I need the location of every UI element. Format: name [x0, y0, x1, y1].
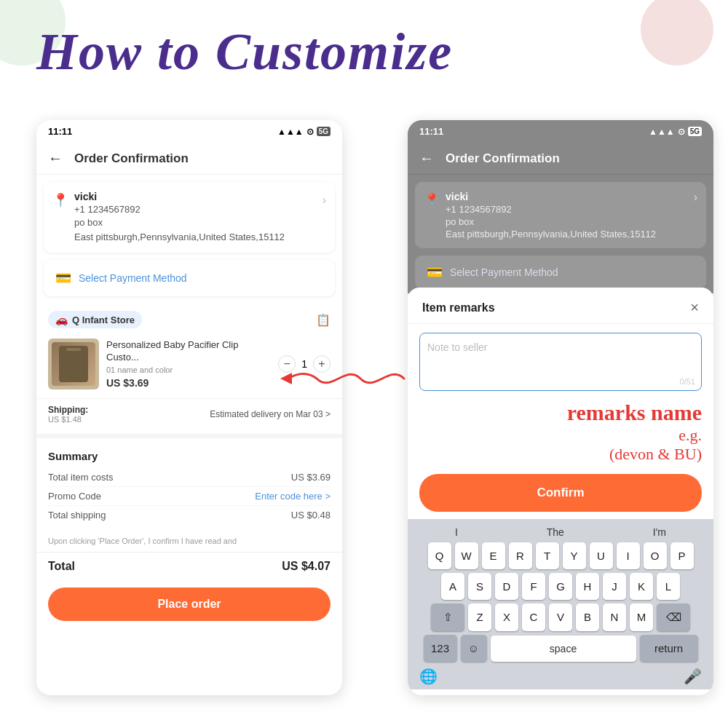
total-shipping-value: US $0.48 [291, 510, 331, 521]
keyboard: I The I'm Q W E R T Y U I O P A S D F [408, 519, 713, 689]
keyboard-row-2: A S D F G H J K L [411, 573, 711, 600]
address-arrow-right[interactable]: › [694, 191, 697, 204]
store-name-left: Q Infant Store [72, 314, 135, 325]
note-icon-left[interactable]: 📋 [316, 313, 331, 327]
key-P[interactable]: P [670, 542, 694, 569]
shipping-label-left: Shipping: [48, 405, 88, 415]
key-L[interactable]: L [657, 573, 680, 600]
key-C[interactable]: C [522, 604, 545, 631]
arrow-annotation [280, 357, 411, 400]
location-icon-right: 📍 [424, 192, 440, 208]
shipping-date-left: Estimated delivery on Mar 03 > [210, 409, 331, 419]
address-arrow-left[interactable]: › [323, 194, 326, 207]
summary-row-promo[interactable]: Promo Code Enter code here > [48, 487, 331, 506]
key-Q[interactable]: Q [428, 542, 451, 569]
svg-marker-0 [280, 373, 292, 384]
payment-text-right: Select Payment Method [450, 266, 558, 278]
globe-icon[interactable]: 🌐 [419, 668, 438, 685]
annotation-line3: (devon & BU) [419, 445, 702, 470]
note-input-area[interactable]: Note to seller 0/51 [419, 333, 702, 391]
key-shift[interactable]: ⇧ [431, 604, 464, 631]
address-line2-right: East pittsburgh,Pennsylvania,United Stat… [446, 229, 694, 240]
payment-icon-left: 💳 [55, 270, 71, 286]
confirm-button[interactable]: Confirm [419, 474, 702, 512]
address-card-right: 📍 vicki +1 1234567892 po box East pittsb… [415, 182, 706, 248]
suggestion-3[interactable]: I'm [653, 526, 666, 538]
back-button-right[interactable]: ← [419, 150, 434, 167]
key-U[interactable]: U [590, 542, 613, 569]
key-I[interactable]: I [617, 542, 640, 569]
suggestion-2[interactable]: The [547, 526, 564, 538]
key-H[interactable]: H [576, 573, 599, 600]
product-image-left [48, 339, 99, 389]
address-content-left: vicki +1 1234567892 po box East pittsbur… [74, 191, 323, 244]
promo-label: Promo Code [48, 491, 101, 502]
summary-title-left: Summary [48, 450, 331, 462]
overlay-title: Item remarks [422, 301, 495, 314]
network-badge: 5G [317, 127, 331, 136]
address-line2-left: East pittsburgh,Pennsylvania,United Stat… [74, 231, 323, 244]
total-shipping-label: Total shipping [48, 510, 106, 521]
key-R[interactable]: R [509, 542, 532, 569]
key-D[interactable]: D [495, 573, 518, 600]
mic-icon[interactable]: 🎤 [684, 668, 702, 685]
key-G[interactable]: G [549, 573, 572, 600]
key-emoji[interactable]: ☺ [461, 635, 487, 662]
key-space[interactable]: space [491, 636, 636, 662]
key-X[interactable]: X [495, 604, 518, 631]
payment-row-right[interactable]: 💳 Select Payment Method [415, 256, 706, 289]
left-phone-screenshot: 11:11 ▲▲▲ ⊙ 5G ← Order Confirmation 📍 vi… [36, 120, 342, 695]
address-content-right: vicki +1 1234567892 po box East pittsbur… [446, 191, 694, 240]
back-button-left[interactable]: ← [48, 150, 63, 167]
signal-icon: ▲▲▲ [277, 127, 304, 137]
key-F[interactable]: F [522, 573, 545, 600]
summary-row-items: Total item costs US $3.69 [48, 468, 331, 487]
wifi-icon-right: ⊙ [678, 127, 685, 137]
product-details-left: Personalized Baby Pacifier Clip Custo...… [106, 339, 271, 389]
place-order-button[interactable]: Place order [48, 587, 331, 621]
key-B[interactable]: B [576, 604, 599, 631]
store-icon-left: 🚗 [55, 314, 68, 325]
key-O[interactable]: O [644, 542, 667, 569]
summary-items-value: US $3.69 [291, 472, 331, 483]
key-backspace[interactable]: ⌫ [657, 604, 690, 631]
signal-icon-right: ▲▲▲ [649, 127, 675, 137]
key-N[interactable]: N [603, 604, 626, 631]
payment-row-left[interactable]: 💳 Select Payment Method [44, 260, 335, 296]
key-E[interactable]: E [482, 542, 505, 569]
key-Z[interactable]: Z [468, 604, 491, 631]
key-V[interactable]: V [549, 604, 572, 631]
decorative-circle-right [641, 0, 713, 66]
disclaimer-text-left: Upon clicking 'Place Order', I confirm I… [36, 531, 342, 551]
overlay-close-button[interactable]: × [690, 299, 699, 316]
key-S[interactable]: S [468, 573, 491, 600]
keyboard-row-3: ⇧ Z X C V B N M ⌫ [411, 604, 711, 631]
payment-icon-right: 💳 [427, 264, 443, 280]
right-phone-screenshot: 11:11 ▲▲▲ ⊙ 5G ← Order Confirmation 📍 vi… [408, 120, 713, 695]
suggestion-1[interactable]: I [455, 526, 458, 538]
time-right: 11:11 [419, 126, 443, 137]
status-bar-left: 11:11 ▲▲▲ ⊙ 5G [36, 120, 342, 143]
status-bar-right: 11:11 ▲▲▲ ⊙ 5G [408, 120, 713, 143]
key-W[interactable]: W [455, 542, 478, 569]
keyboard-row-1: Q W E R T Y U I O P [411, 542, 711, 569]
payment-text-left: Select Payment Method [79, 272, 187, 284]
key-numbers[interactable]: 123 [424, 635, 457, 662]
summary-items-label: Total item costs [48, 472, 114, 483]
key-A[interactable]: A [441, 573, 464, 600]
char-count: 0/51 [680, 377, 695, 386]
address-name-right: vicki [446, 191, 694, 202]
location-icon-left: 📍 [52, 192, 68, 208]
summary-row-shipping: Total shipping US $0.48 [48, 506, 331, 524]
address-line1-left: po box [74, 216, 323, 229]
page-title: How to Customize [36, 22, 453, 82]
key-K[interactable]: K [630, 573, 653, 600]
key-J[interactable]: J [603, 573, 626, 600]
promo-value[interactable]: Enter code here > [255, 491, 331, 502]
app-header-left: ← Order Confirmation [36, 143, 342, 175]
annotation-line2: e.g. [419, 426, 702, 445]
key-T[interactable]: T [536, 542, 559, 569]
key-return[interactable]: return [640, 635, 698, 662]
key-M[interactable]: M [630, 604, 653, 631]
key-Y[interactable]: Y [563, 542, 586, 569]
